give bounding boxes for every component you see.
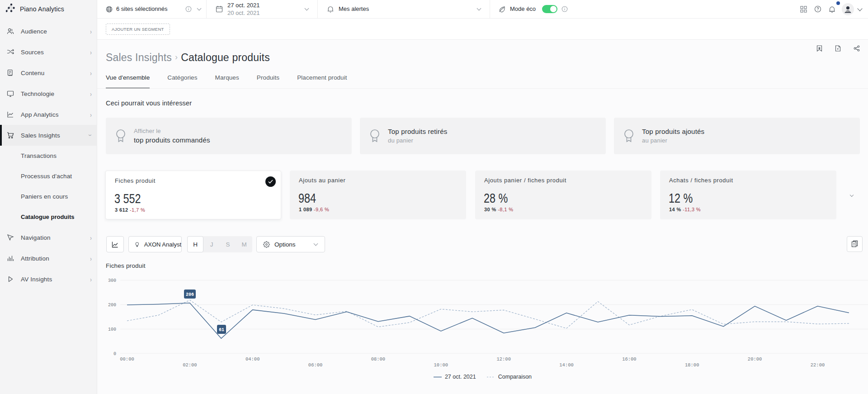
svg-text:16:00: 16:00 [622, 356, 637, 362]
svg-text:10:00: 10:00 [434, 362, 448, 368]
svg-text:00:00: 00:00 [120, 356, 134, 362]
svg-text:08:00: 08:00 [371, 356, 386, 362]
svg-text:AC ACME: AC ACME [846, 11, 850, 12]
svg-text:61: 61 [219, 328, 224, 332]
svg-text:200: 200 [108, 303, 116, 308]
svg-text:206: 206 [186, 292, 194, 297]
svg-text:14:00: 14:00 [559, 362, 574, 368]
svg-text:02:00: 02:00 [183, 362, 197, 368]
svg-text:06:00: 06:00 [308, 362, 323, 368]
svg-text:22:00: 22:00 [811, 362, 825, 368]
svg-text:18:00: 18:00 [685, 362, 699, 368]
svg-text:300: 300 [108, 278, 116, 283]
svg-text:12:00: 12:00 [496, 356, 511, 362]
svg-text:20:00: 20:00 [748, 356, 762, 362]
svg-text:100: 100 [108, 327, 116, 332]
svg-text:0: 0 [113, 351, 116, 356]
svg-text:04:00: 04:00 [245, 356, 260, 362]
